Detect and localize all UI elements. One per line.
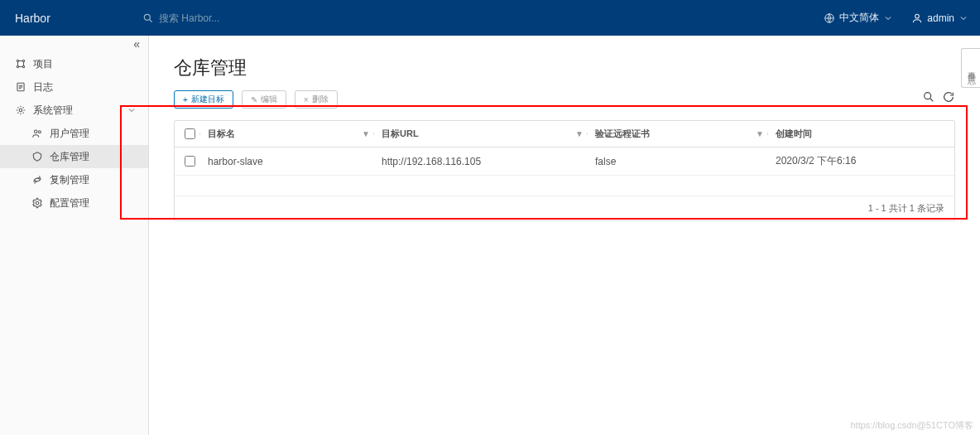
sidebar-collapse[interactable]: « [0, 36, 148, 52]
system-icon [15, 104, 26, 116]
global-search[interactable] [142, 12, 324, 24]
button-label: 新建目标 [191, 94, 224, 105]
button-label: 删除 [312, 94, 329, 105]
col-name[interactable]: 目标名 ▼ [204, 128, 378, 140]
event-log-tab[interactable]: 事件日志 [961, 48, 980, 88]
chevron-down-icon [127, 105, 137, 115]
sidebar-item-registries[interactable]: 仓库管理 [0, 145, 148, 168]
user-icon [911, 12, 923, 24]
svg-point-10 [35, 130, 38, 133]
search-icon [142, 12, 154, 24]
language-selector[interactable]: 中文简体 [824, 11, 893, 25]
svg-point-9 [19, 109, 22, 112]
sidebar-item-users[interactable]: 用户管理 [0, 122, 148, 145]
filter-icon[interactable]: ▼ [575, 129, 584, 138]
refresh-icon[interactable] [942, 90, 955, 104]
datagrid-header: 目标名 ▼ 目标URL ▼ 验证远程证书 ▼ 创建时间 [175, 121, 954, 147]
sidebar-item-replications[interactable]: 复制管理 [0, 168, 148, 191]
svg-point-13 [925, 93, 931, 99]
svg-point-6 [17, 65, 18, 67]
row-checkbox[interactable] [185, 156, 195, 167]
cell-url: http://192.168.116.105 [378, 156, 592, 167]
user-menu[interactable]: admin [911, 12, 968, 24]
user-label: admin [927, 12, 954, 24]
col-cert[interactable]: 验证远程证书 ▼ [592, 128, 772, 140]
content: 仓库管理 + 新建目标 ✎ 编辑 × 删除 [149, 36, 980, 435]
cell-time: 2020/3/2 下午6:16 [772, 154, 954, 168]
svg-line-1 [150, 19, 152, 22]
col-label: 创建时间 [776, 128, 812, 140]
table-row[interactable]: harbor-slave http://192.168.116.105 fals… [175, 147, 954, 176]
registry-icon [31, 151, 43, 162]
col-label: 验证远程证书 [595, 128, 650, 140]
language-label: 中文简体 [839, 11, 879, 25]
action-bar: + 新建目标 ✎ 编辑 × 删除 [174, 90, 955, 109]
datagrid: 目标名 ▼ 目标URL ▼ 验证远程证书 ▼ 创建时间 harbor-slave [174, 120, 955, 221]
chevron-down-icon [883, 13, 893, 23]
watermark: https://blog.csdn@51CTO博客 [850, 419, 973, 432]
config-icon [31, 197, 43, 209]
pencil-icon: ✎ [251, 95, 257, 104]
topbar-main: 中文简体 admin [131, 0, 980, 36]
svg-point-7 [22, 65, 24, 67]
sidebar-label: 项目 [33, 57, 53, 71]
projects-icon [15, 58, 26, 70]
sidebar-label: 复制管理 [50, 173, 89, 187]
col-label: 目标名 [208, 128, 235, 140]
datagrid-footer: 1 - 1 共计 1 条记录 [175, 196, 954, 220]
logs-icon [15, 81, 26, 93]
brand-label[interactable]: Harbor [0, 0, 131, 36]
new-target-button[interactable]: + 新建目标 [174, 90, 233, 109]
cell-name: harbor-slave [204, 156, 378, 167]
sidebar-item-projects[interactable]: 项目 [0, 52, 148, 75]
svg-point-5 [22, 60, 24, 61]
edit-button[interactable]: ✎ 编辑 [242, 90, 286, 109]
globe-icon [824, 12, 835, 24]
select-all-checkbox[interactable] [185, 128, 195, 139]
x-icon: × [304, 95, 309, 104]
svg-point-0 [144, 14, 150, 20]
col-label: 目标URL [382, 128, 419, 140]
body: « 项目 日志 系统管理 用户管理 [0, 36, 980, 435]
sidebar-label: 配置管理 [50, 196, 89, 210]
svg-line-14 [930, 99, 933, 101]
col-url[interactable]: 目标URL ▼ [378, 128, 592, 140]
sidebar-item-logs[interactable]: 日志 [0, 75, 148, 99]
col-time[interactable]: 创建时间 [772, 128, 954, 140]
topbar-right: 中文简体 admin [824, 11, 968, 25]
svg-point-12 [36, 201, 39, 205]
sidebar-item-config[interactable]: 配置管理 [0, 191, 148, 215]
plus-icon: + [183, 95, 188, 104]
filter-icon[interactable]: ▼ [362, 129, 370, 138]
search-input[interactable] [159, 12, 324, 24]
sidebar-label: 系统管理 [33, 104, 73, 118]
filter-icon[interactable] [922, 90, 935, 104]
page-title: 仓库管理 [174, 56, 955, 80]
filter-icon[interactable]: ▼ [756, 129, 764, 138]
svg-point-11 [38, 131, 41, 133]
sidebar-label: 用户管理 [50, 127, 89, 141]
replication-icon [31, 174, 43, 186]
button-label: 编辑 [261, 94, 277, 105]
refresh-group [922, 90, 955, 104]
sidebar-item-system[interactable]: 系统管理 [0, 99, 148, 122]
svg-point-4 [17, 60, 18, 61]
sidebar: « 项目 日志 系统管理 用户管理 [0, 36, 149, 435]
sidebar-label: 仓库管理 [50, 150, 89, 164]
users-icon [31, 128, 43, 139]
chevron-down-icon [958, 13, 968, 23]
svg-point-3 [915, 14, 920, 18]
topbar: Harbor 中文简体 admin [0, 0, 980, 36]
cell-cert: false [592, 156, 772, 167]
sidebar-label: 日志 [33, 80, 53, 94]
delete-button[interactable]: × 删除 [295, 90, 338, 109]
